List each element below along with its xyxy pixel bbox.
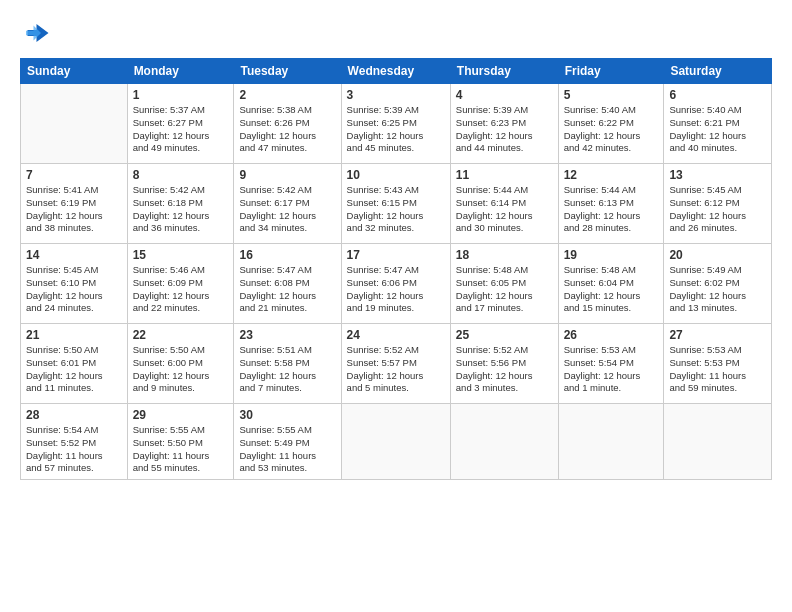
calendar-cell: 22Sunrise: 5:50 AM Sunset: 6:00 PM Dayli… (127, 324, 234, 404)
cell-content: Sunrise: 5:55 AM Sunset: 5:49 PM Dayligh… (239, 424, 335, 475)
calendar-cell: 24Sunrise: 5:52 AM Sunset: 5:57 PM Dayli… (341, 324, 450, 404)
calendar-cell: 27Sunrise: 5:53 AM Sunset: 5:53 PM Dayli… (664, 324, 772, 404)
calendar-cell (450, 404, 558, 480)
cell-content: Sunrise: 5:42 AM Sunset: 6:17 PM Dayligh… (239, 184, 335, 235)
day-number: 21 (26, 328, 122, 342)
cell-content: Sunrise: 5:53 AM Sunset: 5:54 PM Dayligh… (564, 344, 659, 395)
cell-content: Sunrise: 5:46 AM Sunset: 6:09 PM Dayligh… (133, 264, 229, 315)
day-number: 4 (456, 88, 553, 102)
week-row-2: 7Sunrise: 5:41 AM Sunset: 6:19 PM Daylig… (21, 164, 772, 244)
day-number: 11 (456, 168, 553, 182)
calendar-cell: 26Sunrise: 5:53 AM Sunset: 5:54 PM Dayli… (558, 324, 664, 404)
calendar-cell: 28Sunrise: 5:54 AM Sunset: 5:52 PM Dayli… (21, 404, 128, 480)
logo (20, 18, 54, 48)
day-number: 20 (669, 248, 766, 262)
calendar-cell: 13Sunrise: 5:45 AM Sunset: 6:12 PM Dayli… (664, 164, 772, 244)
day-number: 3 (347, 88, 445, 102)
cell-content: Sunrise: 5:37 AM Sunset: 6:27 PM Dayligh… (133, 104, 229, 155)
cell-content: Sunrise: 5:43 AM Sunset: 6:15 PM Dayligh… (347, 184, 445, 235)
weekday-header-monday: Monday (127, 59, 234, 84)
week-row-5: 28Sunrise: 5:54 AM Sunset: 5:52 PM Dayli… (21, 404, 772, 480)
calendar-cell: 1Sunrise: 5:37 AM Sunset: 6:27 PM Daylig… (127, 84, 234, 164)
weekday-header-thursday: Thursday (450, 59, 558, 84)
cell-content: Sunrise: 5:47 AM Sunset: 6:08 PM Dayligh… (239, 264, 335, 315)
day-number: 7 (26, 168, 122, 182)
day-number: 6 (669, 88, 766, 102)
calendar-cell: 10Sunrise: 5:43 AM Sunset: 6:15 PM Dayli… (341, 164, 450, 244)
cell-content: Sunrise: 5:40 AM Sunset: 6:21 PM Dayligh… (669, 104, 766, 155)
day-number: 30 (239, 408, 335, 422)
day-number: 25 (456, 328, 553, 342)
day-number: 24 (347, 328, 445, 342)
cell-content: Sunrise: 5:48 AM Sunset: 6:05 PM Dayligh… (456, 264, 553, 315)
calendar-cell: 11Sunrise: 5:44 AM Sunset: 6:14 PM Dayli… (450, 164, 558, 244)
calendar-cell (21, 84, 128, 164)
cell-content: Sunrise: 5:54 AM Sunset: 5:52 PM Dayligh… (26, 424, 122, 475)
cell-content: Sunrise: 5:39 AM Sunset: 6:25 PM Dayligh… (347, 104, 445, 155)
calendar-cell: 4Sunrise: 5:39 AM Sunset: 6:23 PM Daylig… (450, 84, 558, 164)
cell-content: Sunrise: 5:45 AM Sunset: 6:12 PM Dayligh… (669, 184, 766, 235)
calendar-cell: 20Sunrise: 5:49 AM Sunset: 6:02 PM Dayli… (664, 244, 772, 324)
weekday-header-tuesday: Tuesday (234, 59, 341, 84)
calendar-cell: 7Sunrise: 5:41 AM Sunset: 6:19 PM Daylig… (21, 164, 128, 244)
calendar-cell: 2Sunrise: 5:38 AM Sunset: 6:26 PM Daylig… (234, 84, 341, 164)
day-number: 29 (133, 408, 229, 422)
weekday-header-friday: Friday (558, 59, 664, 84)
weekday-header-wednesday: Wednesday (341, 59, 450, 84)
calendar-table: SundayMondayTuesdayWednesdayThursdayFrid… (20, 58, 772, 480)
day-number: 2 (239, 88, 335, 102)
day-number: 28 (26, 408, 122, 422)
calendar-cell (558, 404, 664, 480)
day-number: 19 (564, 248, 659, 262)
cell-content: Sunrise: 5:52 AM Sunset: 5:57 PM Dayligh… (347, 344, 445, 395)
calendar-cell: 16Sunrise: 5:47 AM Sunset: 6:08 PM Dayli… (234, 244, 341, 324)
weekday-header-row: SundayMondayTuesdayWednesdayThursdayFrid… (21, 59, 772, 84)
calendar-cell: 30Sunrise: 5:55 AM Sunset: 5:49 PM Dayli… (234, 404, 341, 480)
week-row-4: 21Sunrise: 5:50 AM Sunset: 6:01 PM Dayli… (21, 324, 772, 404)
cell-content: Sunrise: 5:44 AM Sunset: 6:14 PM Dayligh… (456, 184, 553, 235)
cell-content: Sunrise: 5:50 AM Sunset: 6:00 PM Dayligh… (133, 344, 229, 395)
cell-content: Sunrise: 5:55 AM Sunset: 5:50 PM Dayligh… (133, 424, 229, 475)
day-number: 10 (347, 168, 445, 182)
cell-content: Sunrise: 5:51 AM Sunset: 5:58 PM Dayligh… (239, 344, 335, 395)
calendar-cell: 3Sunrise: 5:39 AM Sunset: 6:25 PM Daylig… (341, 84, 450, 164)
calendar-cell: 15Sunrise: 5:46 AM Sunset: 6:09 PM Dayli… (127, 244, 234, 324)
day-number: 15 (133, 248, 229, 262)
day-number: 27 (669, 328, 766, 342)
calendar-cell: 8Sunrise: 5:42 AM Sunset: 6:18 PM Daylig… (127, 164, 234, 244)
calendar-cell: 25Sunrise: 5:52 AM Sunset: 5:56 PM Dayli… (450, 324, 558, 404)
weekday-header-sunday: Sunday (21, 59, 128, 84)
calendar-cell: 6Sunrise: 5:40 AM Sunset: 6:21 PM Daylig… (664, 84, 772, 164)
calendar-cell (341, 404, 450, 480)
cell-content: Sunrise: 5:40 AM Sunset: 6:22 PM Dayligh… (564, 104, 659, 155)
day-number: 12 (564, 168, 659, 182)
header (20, 18, 772, 48)
cell-content: Sunrise: 5:38 AM Sunset: 6:26 PM Dayligh… (239, 104, 335, 155)
cell-content: Sunrise: 5:52 AM Sunset: 5:56 PM Dayligh… (456, 344, 553, 395)
calendar-cell (664, 404, 772, 480)
day-number: 5 (564, 88, 659, 102)
calendar-cell: 5Sunrise: 5:40 AM Sunset: 6:22 PM Daylig… (558, 84, 664, 164)
week-row-3: 14Sunrise: 5:45 AM Sunset: 6:10 PM Dayli… (21, 244, 772, 324)
cell-content: Sunrise: 5:41 AM Sunset: 6:19 PM Dayligh… (26, 184, 122, 235)
day-number: 26 (564, 328, 659, 342)
day-number: 14 (26, 248, 122, 262)
calendar-cell: 9Sunrise: 5:42 AM Sunset: 6:17 PM Daylig… (234, 164, 341, 244)
calendar-cell: 23Sunrise: 5:51 AM Sunset: 5:58 PM Dayli… (234, 324, 341, 404)
cell-content: Sunrise: 5:42 AM Sunset: 6:18 PM Dayligh… (133, 184, 229, 235)
day-number: 16 (239, 248, 335, 262)
cell-content: Sunrise: 5:45 AM Sunset: 6:10 PM Dayligh… (26, 264, 122, 315)
day-number: 1 (133, 88, 229, 102)
cell-content: Sunrise: 5:50 AM Sunset: 6:01 PM Dayligh… (26, 344, 122, 395)
day-number: 9 (239, 168, 335, 182)
calendar-cell: 12Sunrise: 5:44 AM Sunset: 6:13 PM Dayli… (558, 164, 664, 244)
week-row-1: 1Sunrise: 5:37 AM Sunset: 6:27 PM Daylig… (21, 84, 772, 164)
cell-content: Sunrise: 5:39 AM Sunset: 6:23 PM Dayligh… (456, 104, 553, 155)
cell-content: Sunrise: 5:48 AM Sunset: 6:04 PM Dayligh… (564, 264, 659, 315)
day-number: 13 (669, 168, 766, 182)
calendar-cell: 17Sunrise: 5:47 AM Sunset: 6:06 PM Dayli… (341, 244, 450, 324)
page: SundayMondayTuesdayWednesdayThursdayFrid… (0, 0, 792, 612)
day-number: 23 (239, 328, 335, 342)
calendar-cell: 21Sunrise: 5:50 AM Sunset: 6:01 PM Dayli… (21, 324, 128, 404)
cell-content: Sunrise: 5:49 AM Sunset: 6:02 PM Dayligh… (669, 264, 766, 315)
